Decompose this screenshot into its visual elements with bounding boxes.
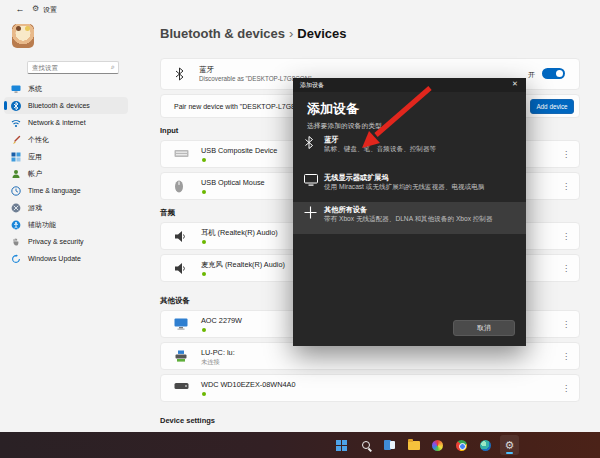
sidebar-item-privacy-security[interactable]: Privacy & security <box>4 233 128 250</box>
back-button[interactable]: ← <box>12 4 28 16</box>
color-wheel-icon <box>432 440 443 451</box>
printer-icon <box>174 350 188 363</box>
user-avatar[interactable] <box>12 24 34 48</box>
dialog-item-desc: 带有 Xbox 无线适配器、DLNA 和其他设备的 Xbox 控制器 <box>324 215 493 224</box>
more-options-icon[interactable]: ⋮ <box>562 182 570 192</box>
bluetooth-card-title: 蓝牙 <box>199 65 214 75</box>
add-device-button[interactable]: Add device <box>530 99 574 114</box>
folder-icon <box>408 441 420 450</box>
device-name: AOC 2279W <box>201 316 242 325</box>
dialog-item-wireless-display[interactable]: 无线显示器或扩展坞 使用 Miracast 或无线扩展坞的无线监视器、电视或电脑 <box>293 170 526 202</box>
sidebar-item-accessibility[interactable]: 辅助功能 <box>4 216 128 233</box>
settings-app-icon: ⚙ <box>32 4 39 13</box>
edge-button[interactable] <box>476 435 495 455</box>
sidebar-item-gaming[interactable]: 游戏 <box>4 199 128 216</box>
breadcrumb-parent[interactable]: Bluetooth & devices <box>160 26 285 41</box>
more-options-icon[interactable]: ⋮ <box>562 320 570 330</box>
settings-window-titlebar: ← ⚙ 设置 <box>0 0 600 20</box>
chrome-button[interactable] <box>452 435 471 455</box>
more-options-icon[interactable]: ⋮ <box>562 352 570 362</box>
device-status-text: 未连接 <box>201 358 220 367</box>
search-icon: ⌕ <box>111 63 115 71</box>
apps-grid-icon <box>11 152 21 162</box>
window-title: 设置 <box>43 5 57 15</box>
device-name: 麦克风 (Realtek(R) Audio) <box>201 260 285 270</box>
accessibility-icon <box>11 220 21 230</box>
device-name: USB Optical Mouse <box>201 178 265 187</box>
display-icon <box>304 174 318 186</box>
sidebar-item-bluetooth-devices[interactable]: Bluetooth & devices <box>4 97 128 114</box>
cancel-button[interactable]: 取消 <box>453 320 515 336</box>
sidebar-item-system[interactable]: 系统 <box>4 80 128 97</box>
sidebar-item-label: 个性化 <box>28 135 49 145</box>
bluetooth-icon <box>304 136 314 149</box>
section-header-audio: 音频 <box>160 208 175 218</box>
sidebar-item-personalization[interactable]: 个性化 <box>4 131 128 148</box>
dialog-item-bluetooth[interactable]: 蓝牙 鼠标、键盘、笔、音频设备、控制器等 <box>293 132 526 164</box>
sidebar-item-label: 辅助功能 <box>28 220 56 230</box>
settings-search-box[interactable]: ⌕ <box>27 61 119 74</box>
device-name: USB Composite Device <box>201 146 277 155</box>
start-button[interactable] <box>332 435 351 455</box>
bluetooth-toggle[interactable] <box>542 68 565 79</box>
sidebar-item-label: Network & internet <box>28 119 86 126</box>
mouse-icon <box>174 180 184 193</box>
taskbar: ⚙ <box>0 432 600 458</box>
desktop-screen: ← ⚙ 设置 ⌕ 系统 Bluetooth & devices Network … <box>0 0 600 458</box>
system-icon <box>11 84 21 94</box>
keyboard-icon <box>174 148 189 159</box>
status-dot <box>202 272 206 276</box>
search-input[interactable] <box>32 62 104 73</box>
brush-icon <box>11 135 21 145</box>
dialog-item-title: 无线显示器或扩展坞 <box>324 173 389 183</box>
sidebar-item-label: Time & language <box>28 187 81 194</box>
sidebar-item-network[interactable]: Network & internet <box>4 114 128 131</box>
sidebar-item-label: Windows Update <box>28 255 81 262</box>
dialog-item-title: 蓝牙 <box>324 135 338 145</box>
taskbar-search-button[interactable] <box>356 435 375 455</box>
status-dot <box>202 328 206 332</box>
device-name: WDC WD10EZEX-08WN4A0 <box>201 380 295 389</box>
sidebar-item-label: 系统 <box>28 84 42 94</box>
xbox-icon <box>11 203 21 213</box>
sidebar-item-label: 应用 <box>28 152 42 162</box>
toggle-state-label: 开 <box>528 70 535 80</box>
device-row-hard-drive[interactable]: WDC WD10EZEX-08WN4A0 ⋮ <box>160 374 580 402</box>
clock-icon <box>11 186 21 196</box>
status-dot <box>202 240 206 244</box>
task-view-icon <box>384 440 395 450</box>
sidebar-item-windows-update[interactable]: Windows Update <box>4 250 128 267</box>
speaker-icon <box>174 230 187 243</box>
sidebar-item-label: Privacy & security <box>28 238 84 245</box>
sidebar-item-time-language[interactable]: Time & language <box>4 182 128 199</box>
sidebar-item-label: 游戏 <box>28 203 42 213</box>
status-dot <box>202 190 206 194</box>
edge-globe-icon <box>480 440 491 451</box>
settings-taskbar-button[interactable]: ⚙ <box>500 435 519 455</box>
more-options-icon[interactable]: ⋮ <box>562 150 570 160</box>
more-options-icon[interactable]: ⋮ <box>562 264 570 274</box>
dialog-titlebar-label: 添加设备 <box>300 81 324 90</box>
sidebar-item-apps[interactable]: 应用 <box>4 148 128 165</box>
bluetooth-icon <box>174 67 185 81</box>
sidebar-item-accounts[interactable]: 帐户 <box>4 165 128 182</box>
more-options-icon[interactable]: ⋮ <box>562 232 570 242</box>
wifi-icon <box>11 118 21 128</box>
file-explorer-button[interactable] <box>404 435 423 455</box>
dialog-item-everything-else[interactable]: 其他所有设备 带有 Xbox 无线适配器、DLNA 和其他设备的 Xbox 控制… <box>293 202 526 234</box>
close-icon[interactable]: ✕ <box>509 80 521 88</box>
section-header-input: Input <box>160 126 178 135</box>
shield-hand-icon <box>11 237 21 247</box>
hard-drive-icon <box>174 382 189 390</box>
device-row-network-pc[interactable]: LU-PC: lu: 未连接 ⋮ <box>160 342 580 370</box>
task-view-button[interactable] <box>380 435 399 455</box>
color-wheel-app-button[interactable] <box>428 435 447 455</box>
speaker-icon <box>174 262 187 275</box>
add-device-dialog: 添加设备 ✕ 添加设备 选择要添加的设备的类型。 蓝牙 鼠标、键盘、笔、音频设备… <box>293 78 526 346</box>
settings-sidebar: 系统 Bluetooth & devices Network & interne… <box>4 80 128 267</box>
status-dot <box>202 392 206 396</box>
more-options-icon[interactable]: ⋮ <box>562 384 570 394</box>
monitor-icon <box>174 318 188 330</box>
breadcrumb-separator-icon: › <box>289 26 293 41</box>
bluetooth-icon <box>11 101 21 111</box>
